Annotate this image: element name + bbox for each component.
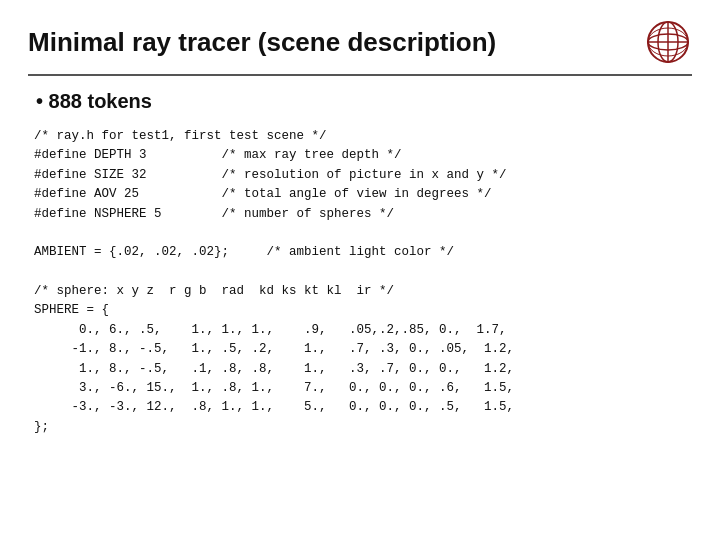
code-content: /* ray.h for test1, first test scene */ … <box>28 127 692 437</box>
header: Minimal ray tracer (scene description) <box>28 18 692 76</box>
page-title: Minimal ray tracer (scene description) <box>28 27 496 58</box>
page: Minimal ray tracer (scene description) •… <box>0 0 720 540</box>
token-count: • 888 tokens <box>28 90 692 113</box>
globe-icon <box>644 18 692 66</box>
